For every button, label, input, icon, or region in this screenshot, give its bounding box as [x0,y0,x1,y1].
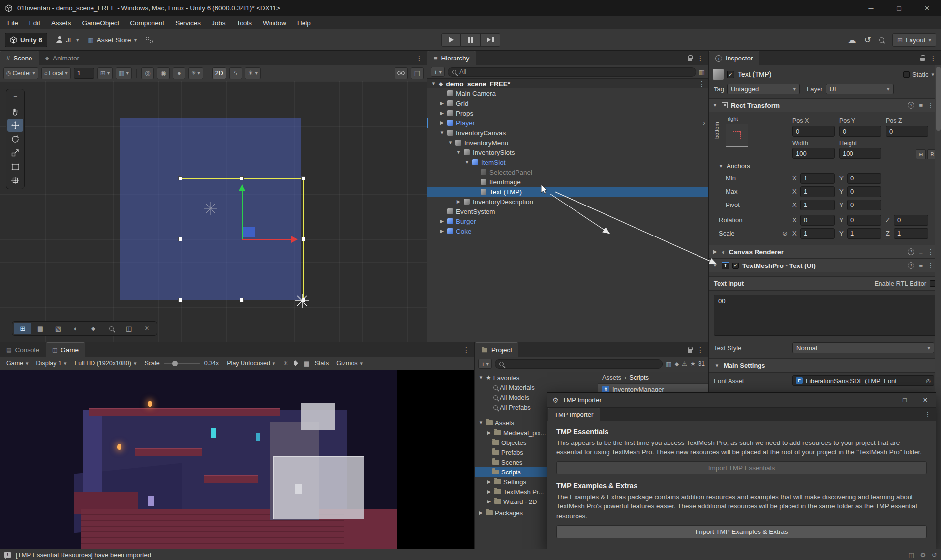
link-overlay-icon[interactable]: ✳ [138,323,155,334]
menu-gameobject[interactable]: GameObject [77,16,125,29]
favorites-filter-icon[interactable]: ★ [690,361,696,367]
rect-handle[interactable] [301,237,305,241]
rotation-z-input[interactable]: 0 [894,215,928,226]
gizmos-dropdown[interactable]: Gizmos ▾ [334,358,365,369]
dialog-close-button[interactable]: × [915,393,936,408]
hierarchy-item-selectedpanel[interactable]: SelectedPanel [427,167,708,177]
rect-handle[interactable] [240,298,244,302]
foldout-closed-icon[interactable]: ▶ [478,510,484,515]
font-asset-object-field[interactable]: F LiberationSans SDF (TMP_Font ◎ [792,375,934,386]
layers-overlay-icon[interactable]: ▤ [31,323,49,334]
version-control-button[interactable] [141,33,157,47]
rect-handle[interactable] [178,176,182,180]
presets-icon[interactable]: ≡ [919,263,923,269]
lock-icon[interactable] [688,349,692,353]
lock-icon[interactable] [920,58,925,61]
foldout-closed-icon[interactable]: ▶ [486,430,492,435]
search-icon[interactable] [879,37,884,43]
help-icon[interactable]: ? [908,102,914,109]
foldout-open-icon[interactable]: ▼ [455,150,462,155]
game-mode-dropdown[interactable]: Game ▾ [3,358,31,369]
chevron-down-icon[interactable]: ▾ [931,72,934,77]
anchor-min-y-input[interactable]: 0 [847,173,881,184]
object-picker-icon[interactable]: ◎ [926,378,931,383]
tab-inspector[interactable]: i Inspector [709,51,759,65]
textmeshpro-header[interactable]: ▼ T ✓ TextMeshPro - Text (UI) ? ≡ ⋮ [709,259,941,272]
scene-lighting-toggle[interactable]: ϟ [229,67,242,79]
foldout-closed-icon[interactable]: ▶ [439,111,445,116]
breadcrumb-current[interactable]: Scripts [629,374,649,381]
foldout-open-icon[interactable]: ▼ [712,103,718,108]
snap-increment-dropdown[interactable]: ▦▾ [116,67,132,79]
component-menu-icon[interactable]: ⋮ [927,262,934,269]
search-filter-icon[interactable]: ▥ [699,69,705,75]
text-input-textarea[interactable]: 00 [714,295,936,336]
hierarchy-scene-row[interactable]: ▼ ◆ demo_scene_FREE* ⋮ [427,79,708,88]
rect-handle[interactable] [240,176,244,180]
menu-services[interactable]: Services [170,16,206,29]
foldout-open-icon[interactable]: ▼ [430,81,437,86]
favorite-all-materials[interactable]: All Materials [475,383,598,392]
rect-transform-header[interactable]: ▼ Rect Transform ? ≡ ⋮ [709,98,941,112]
scene-viewport[interactable]: ≡ ⊞ ▤ ▧ ◐ ◆ ◫ ✳ [0,81,427,342]
rotation-x-input[interactable]: 0 [800,215,835,226]
focus-mode-dropdown[interactable]: Play Unfocused ▾ [224,358,278,369]
foldout-closed-icon[interactable]: ▶ [439,120,445,125]
foldout-closed-icon[interactable]: ▶ [486,479,492,484]
display-dropdown[interactable]: Display 1 ▾ [33,358,70,369]
layout-dropdown[interactable]: ⊞ Layout ▾ [892,33,936,47]
prefab-open-chevron-icon[interactable]: › [703,119,705,126]
menu-edit[interactable]: Edit [24,16,46,29]
height-input[interactable]: 100 [839,148,881,159]
grid-overlay-icon[interactable]: ▧ [49,323,67,334]
cloud-status-icon[interactable]: ⚙ [920,552,926,558]
stats-button[interactable]: Stats [312,358,332,369]
tag-dropdown[interactable]: Untagged ▾ [727,84,800,94]
pos-z-input[interactable]: 0 [886,126,928,137]
scene-audio-dropdown[interactable]: ☀▾ [245,67,261,79]
hierarchy-item-burger[interactable]: ▶ Burger [427,216,708,226]
tool-handle-rotation-dropdown[interactable]: ⌂ Local ▾ [41,67,71,79]
component-enabled-checkbox[interactable]: ✓ [732,263,739,269]
import-tmp-essentials-button[interactable]: Import TMP Essentials [556,461,927,474]
vfx-toggle-icon[interactable]: ✳ [283,360,288,366]
menu-help[interactable]: Help [292,16,316,29]
search-overlay-icon[interactable] [102,323,120,334]
menu-file[interactable]: File [2,16,24,29]
scale-slider-knob[interactable] [172,361,178,366]
favorites-root[interactable]: ▼ ★ Favorites [475,373,598,383]
menu-jobs[interactable]: Jobs [206,16,231,29]
menu-window[interactable]: Window [257,16,292,29]
shading-overlay-icon[interactable]: ◐ [67,323,85,334]
scale-y-input[interactable]: 1 [847,228,881,239]
hierarchy-item-inventorymenu[interactable]: ▼ InventoryMenu [427,138,708,147]
game-viewport[interactable] [0,370,474,549]
particles-overlay-icon[interactable]: ◫ [120,323,138,334]
foldout-open-icon[interactable]: ▼ [439,130,445,135]
rotate-tool-button[interactable] [7,133,23,146]
pivot-y-input[interactable]: 0 [847,200,881,210]
dialog-maximize-button[interactable]: □ [894,393,915,408]
maximize-button[interactable]: □ [885,0,913,16]
game-menu-icon[interactable]: ⋮ [463,346,470,353]
foldout-open-icon[interactable]: ▼ [464,160,470,165]
rect-handle[interactable] [178,237,182,241]
skybox-toggle-button[interactable]: ◉ [157,67,170,79]
background-tasks-icon[interactable]: ◫ [908,552,914,558]
anchor-min-x-input[interactable]: 1 [800,173,835,184]
rect-handle[interactable] [178,298,182,302]
menu-component[interactable]: Component [124,16,170,29]
active-checkbox[interactable]: ✓ [727,71,734,78]
mute-audio-icon[interactable] [294,361,296,365]
pos-y-input[interactable]: 0 [839,126,881,137]
menu-tools[interactable]: Tools [231,16,257,29]
resolution-dropdown[interactable]: Full HD (1920x1080) ▾ [72,358,140,369]
hierarchy-item-itemimage[interactable]: ItemImage [427,177,708,187]
foldout-open-icon[interactable]: ▼ [447,140,454,145]
play-button[interactable] [441,33,461,47]
gizmo-y-axis[interactable] [242,190,243,239]
tab-animator[interactable]: ◆ Animator [39,51,86,65]
draw-mode-button[interactable]: ◎ [141,67,154,79]
hierarchy-item-main-camera[interactable]: Main Camera [427,88,708,98]
unity-version-chip[interactable]: Unity 6 [5,33,47,47]
